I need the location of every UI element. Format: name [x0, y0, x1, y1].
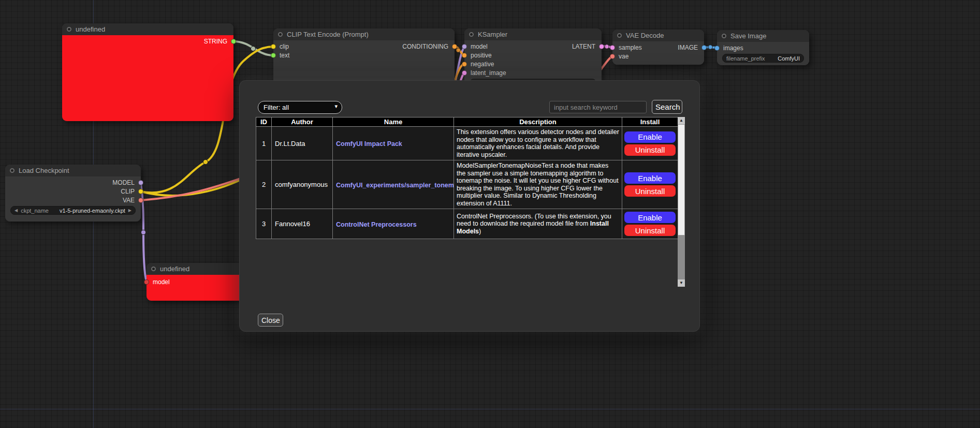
node-vae-decode[interactable]: VAE Decode samples IMAGE vae — [612, 29, 704, 65]
wire-midpoint-dot[interactable] — [605, 45, 609, 49]
collapse-dot-icon[interactable] — [10, 168, 14, 173]
widget-value: v1-5-pruned-emaonly.ckpt — [60, 208, 125, 214]
extension-name-link[interactable]: ComfyUI Impact Pack — [336, 140, 402, 147]
output-slot-vae[interactable] — [138, 198, 143, 203]
node-clip-text-encode[interactable]: CLIP Text Encode (Prompt) clip CONDITION… — [273, 28, 455, 88]
extension-author: Fannovel16 — [272, 209, 333, 239]
output-slot-latent[interactable] — [599, 44, 604, 49]
extension-id: 3 — [256, 209, 272, 239]
node-header: KSampler — [464, 28, 602, 40]
node-header: Load Checkpoint — [5, 165, 141, 176]
table-row: 2comfyanonymousComfyUI_experiments/sampl… — [256, 160, 678, 209]
extension-name-cell: ComfyUI_experiments/sampler_tonemap — [333, 160, 454, 209]
input-label: clip — [280, 43, 289, 50]
output-slot-clip[interactable] — [138, 189, 143, 194]
input-slot-model[interactable] — [144, 279, 149, 285]
node-load-checkpoint[interactable]: Load Checkpoint MODEL CLIP VAE ◀ ckpt_na… — [5, 165, 141, 222]
table-row: 3Fannovel16ControlNet PreprocessorsContr… — [256, 209, 678, 239]
extension-name-link[interactable]: ComfyUI_experiments/sampler_tonemap — [336, 182, 454, 189]
extension-description: This extension offers various detector n… — [454, 127, 622, 160]
wire-midpoint-dot[interactable] — [203, 159, 208, 164]
input-slot-positive[interactable] — [462, 53, 467, 58]
table-scrollbar[interactable]: ▲ ▼ — [678, 117, 685, 287]
column-header-name: Name — [333, 117, 454, 127]
input-slot-negative[interactable] — [462, 62, 467, 67]
extension-name-link[interactable]: ControlNet Preprocessors — [336, 221, 417, 228]
uninstall-button[interactable]: Uninstall — [624, 225, 676, 236]
table-header-row: ID Author Name Description Install — [256, 117, 678, 127]
wire-midpoint-dot[interactable] — [456, 48, 460, 52]
decrement-arrow-icon[interactable]: ◀ — [14, 206, 18, 214]
column-header-author: Author — [272, 117, 333, 127]
collapse-dot-icon[interactable] — [278, 32, 283, 37]
input-slot-clip[interactable] — [271, 44, 276, 49]
input-slot-model[interactable] — [462, 44, 467, 49]
output-label: VAE — [123, 197, 135, 204]
input-label: images — [723, 45, 743, 52]
collapse-dot-icon[interactable] — [151, 267, 156, 271]
output-label: CONDITIONING — [402, 43, 448, 50]
column-header-description: Description — [454, 117, 622, 127]
collapse-dot-icon[interactable] — [469, 32, 474, 37]
wire-midpoint-dot[interactable] — [708, 45, 712, 49]
increment-arrow-icon[interactable]: ▶ — [128, 206, 131, 214]
uninstall-button[interactable]: Uninstall — [624, 144, 676, 156]
extension-author: Dr.Lt.Data — [272, 127, 333, 160]
output-slot-conditioning[interactable] — [452, 44, 457, 49]
input-slot-vae[interactable] — [610, 54, 615, 59]
node-title: undefined — [76, 25, 105, 33]
input-slot-samples[interactable] — [610, 45, 615, 50]
output-slot-image[interactable] — [701, 45, 707, 50]
wire-midpoint-dot[interactable] — [141, 230, 145, 234]
node-title: undefined — [160, 265, 189, 273]
enable-button[interactable]: Enable — [624, 172, 676, 184]
filter-select[interactable]: Filter: all — [258, 101, 342, 114]
node-title: Load Checkpoint — [19, 167, 69, 174]
wire-midpoint-dot[interactable] — [251, 46, 255, 51]
uninstall-button[interactable]: Uninstall — [624, 185, 676, 197]
output-label: STRING — [204, 38, 227, 45]
extension-table: ID Author Name Description Install 1Dr.L… — [256, 117, 678, 239]
output-slot-model[interactable] — [138, 180, 143, 185]
node-save-image[interactable]: Save Image images filename_prefix ComfyU… — [717, 30, 809, 65]
table-row: 1Dr.Lt.DataComfyUI Impact PackThis exten… — [256, 127, 678, 160]
collapse-dot-icon[interactable] — [617, 33, 622, 38]
scroll-down-icon[interactable]: ▼ — [678, 279, 685, 287]
scroll-up-icon[interactable]: ▲ — [678, 117, 685, 124]
extension-description: ModelSamplerTonemapNoiseTest a node that… — [454, 160, 622, 209]
node-title: KSampler — [478, 31, 507, 38]
widget-label: filename_prefix — [726, 55, 765, 62]
input-label: samples — [619, 44, 642, 51]
output-label: IMAGE — [678, 44, 698, 51]
enable-button[interactable]: Enable — [624, 131, 676, 143]
close-button[interactable]: Close — [258, 314, 283, 327]
extension-name-cell: ControlNet Preprocessors — [333, 209, 454, 239]
input-slot-latent-image[interactable] — [462, 70, 467, 76]
scrollbar-thumb[interactable] — [678, 124, 685, 235]
output-slot-string[interactable] — [231, 39, 236, 44]
collapse-dot-icon[interactable] — [722, 34, 726, 38]
node-title: VAE Decode — [626, 32, 664, 39]
filename-prefix-widget[interactable]: filename_prefix ComfyUI — [722, 54, 804, 63]
ckpt-name-widget[interactable]: ◀ ckpt_name v1-5-pruned-emaonly.ckpt ▶ — [10, 206, 136, 215]
manager-dialog: Filter: all ▾ Search ID Author Name Desc… — [239, 80, 700, 332]
extension-id: 1 — [256, 127, 272, 160]
output-label: CLIP — [121, 188, 135, 195]
enable-button[interactable]: Enable — [624, 212, 676, 223]
extension-author: comfyanonymous — [272, 160, 333, 209]
input-label: latent_image — [471, 69, 506, 77]
node-header: undefined — [147, 263, 250, 275]
input-label: model — [471, 43, 488, 50]
input-slot-text[interactable] — [271, 53, 276, 58]
node-header: Save Image — [717, 30, 809, 42]
search-button[interactable]: Search — [652, 100, 682, 114]
node-undefined-top[interactable]: undefined STRING — [62, 23, 233, 121]
extension-description: ControlNet Preprocessors. (To use this e… — [454, 209, 622, 239]
collapse-dot-icon[interactable] — [67, 27, 71, 32]
node-undefined-bottom[interactable]: undefined model — [147, 263, 250, 301]
input-slot-images[interactable] — [714, 46, 720, 51]
search-input[interactable] — [549, 101, 647, 113]
extension-install-cell: EnableUninstall — [622, 160, 678, 209]
widget-value: ComfyUI — [778, 55, 800, 62]
input-label: positive — [471, 52, 492, 59]
